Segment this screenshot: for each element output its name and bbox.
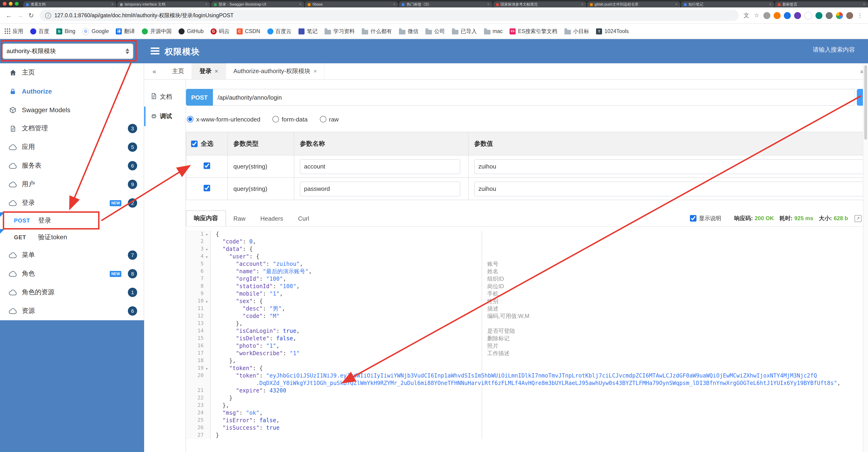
bookmark-item[interactable]: 学习资料 xyxy=(324,28,355,35)
fold-toggle-icon[interactable]: ▾ xyxy=(206,246,208,253)
sidebar-endpoint-get[interactable]: GET验证token xyxy=(0,229,144,246)
extension-icon[interactable] xyxy=(794,12,801,19)
content-type-radio[interactable]: raw xyxy=(320,116,339,123)
browser-tab[interactable]: 新标签页× xyxy=(775,1,868,7)
tab-close-icon[interactable]: × xyxy=(393,2,395,6)
content-tab[interactable]: Authorize-authority-权限模块× xyxy=(226,63,325,79)
content-type-radio[interactable]: x-www-form-urlencoded xyxy=(187,116,260,123)
module-select[interactable]: authority-权限模块 xyxy=(2,43,133,59)
url-bar[interactable]: i 127.0.0.1:8760/api/gate/doc.html#/auth… xyxy=(39,10,739,21)
collapse-tabs-icon[interactable]: « xyxy=(144,67,164,75)
hamburger-icon[interactable] xyxy=(151,48,159,56)
bookmark-item[interactable]: 百度云 xyxy=(267,28,291,35)
select-all-toggle[interactable]: 全选 xyxy=(186,139,227,148)
tab-close-icon[interactable]: × xyxy=(205,2,207,6)
browser-tab[interactable]: 登录 - Swagger-Bootstrap-UI× xyxy=(211,1,304,7)
select-all-checkbox[interactable] xyxy=(191,140,197,147)
bookmark-item[interactable]: 已导入 xyxy=(452,28,477,35)
browser-tab[interactable]: gitlab push文件到远程仓库× xyxy=(587,1,680,7)
back-icon[interactable]: ← xyxy=(5,12,13,19)
bookmark-item[interactable]: 应用 xyxy=(5,28,23,35)
scrollbar-thumb[interactable] xyxy=(864,65,867,140)
sidebar-item[interactable]: 角色NEW8 xyxy=(0,264,144,283)
sidebar-item[interactable]: 用户9 xyxy=(0,175,144,194)
fold-toggle-icon[interactable]: ▾ xyxy=(206,365,208,372)
sidebar-item[interactable]: 菜单7 xyxy=(0,246,144,264)
bookmark-item[interactable]: GGoogle xyxy=(82,28,109,35)
bookmark-item[interactable]: mac xyxy=(484,28,503,34)
tab-close-icon[interactable]: × xyxy=(769,2,771,6)
content-type-radio[interactable]: form-data xyxy=(273,116,308,123)
reload-icon[interactable]: ↻ xyxy=(27,12,35,19)
bookmark-item[interactable]: 什么都有 xyxy=(362,28,392,35)
window-controls[interactable] xyxy=(3,0,19,7)
response-tab[interactable]: Curl xyxy=(290,210,317,226)
tab-close-icon[interactable]: × xyxy=(111,2,114,6)
extension-icon[interactable] xyxy=(815,12,823,19)
response-tab[interactable]: Raw xyxy=(226,210,253,226)
browser-tab[interactable]: hbase× xyxy=(305,1,398,7)
sidebar-item[interactable]: 应用5 xyxy=(0,138,144,157)
expand-icon[interactable]: ↗ xyxy=(855,215,862,222)
bookmark-item[interactable]: 公司 xyxy=(425,28,445,35)
bookmark-item[interactable]: 译翻译 xyxy=(116,28,135,35)
minimize-window-icon[interactable] xyxy=(9,2,12,6)
bookmark-item[interactable]: 小目标 xyxy=(564,28,589,35)
sidebar-item[interactable]: 资源6 xyxy=(0,302,144,320)
browser-tab[interactable]: 热门标签《S》× xyxy=(399,1,492,7)
settings-pinwheel-icon[interactable] xyxy=(836,12,843,19)
forward-icon[interactable]: → xyxy=(16,12,24,19)
sidebar-item[interactable]: 角色的资源1 xyxy=(0,283,144,302)
tab-close-icon[interactable]: × xyxy=(675,2,677,6)
rail-tab-debug[interactable]: 调试 xyxy=(144,107,186,126)
translate-icon[interactable]: 文 xyxy=(743,12,750,19)
extension-icon[interactable] xyxy=(784,12,791,19)
scrollbar[interactable] xyxy=(863,63,868,452)
browser-tab[interactable]: 查看文档× xyxy=(23,1,116,7)
param-value-input[interactable] xyxy=(474,159,865,174)
content-tab[interactable]: 登录× xyxy=(192,63,226,79)
bookmark-item[interactable]: 百度 xyxy=(30,28,49,35)
bookmark-item[interactable]: 开源中国 xyxy=(142,28,172,35)
bookmark-item[interactable]: GitHub xyxy=(179,28,204,34)
show-description-checkbox[interactable] xyxy=(690,215,697,222)
param-checkbox[interactable] xyxy=(204,185,210,191)
extension-icon[interactable] xyxy=(826,12,833,19)
bookmark-item[interactable]: G码云 xyxy=(211,28,230,35)
tab-close-icon[interactable]: × xyxy=(314,68,317,75)
show-description-toggle[interactable]: 显示说明 xyxy=(690,214,721,222)
bookmark-item[interactable]: bBing xyxy=(56,28,75,34)
sidebar-item[interactable]: 服务表6 xyxy=(0,157,144,175)
bookmark-item[interactable]: 笔记 xyxy=(299,28,317,35)
sidebar-item[interactable]: Authorize xyxy=(0,82,144,101)
sidebar-item[interactable]: 文档管理3 xyxy=(0,119,144,138)
radio-button[interactable] xyxy=(187,116,193,122)
bookmark-item[interactable]: CCSDN xyxy=(237,28,260,34)
param-value-input[interactable] xyxy=(474,181,865,196)
profile-avatar[interactable] xyxy=(846,12,853,19)
api-path-input[interactable] xyxy=(213,89,855,106)
search-input[interactable] xyxy=(752,46,856,54)
extension-icon[interactable] xyxy=(804,11,812,19)
browser-tab[interactable]: 知行笔记× xyxy=(681,1,774,7)
sidebar-endpoint-post[interactable]: POST登录 xyxy=(0,212,144,229)
fold-toggle-icon[interactable]: ▾ xyxy=(206,253,208,261)
tab-close-icon[interactable]: × xyxy=(863,2,865,6)
close-window-icon[interactable] xyxy=(3,2,6,6)
tab-close-icon[interactable]: × xyxy=(299,2,301,6)
content-tab[interactable]: 主页 xyxy=(164,63,192,79)
sidebar-item[interactable]: 登录NEW2 xyxy=(0,194,144,212)
radio-button[interactable] xyxy=(320,116,326,122)
response-tab[interactable]: 响应内容 xyxy=(186,210,226,226)
browser-tab[interactable]: temporary-interface 文档× xyxy=(117,1,210,7)
fold-toggle-icon[interactable]: ▾ xyxy=(206,231,208,238)
extension-icon[interactable] xyxy=(774,12,781,19)
extension-icon[interactable] xyxy=(764,12,770,19)
param-name-input[interactable] xyxy=(300,159,460,174)
bookmark-item[interactable]: T1024Tools xyxy=(596,28,629,34)
rail-tab-doc[interactable]: 文档 xyxy=(144,87,186,107)
browser-menu-icon[interactable]: ⋮ xyxy=(857,12,863,19)
param-checkbox[interactable] xyxy=(204,163,210,169)
sidebar-item[interactable]: Swagger Models xyxy=(0,101,144,119)
radio-button[interactable] xyxy=(273,116,279,122)
